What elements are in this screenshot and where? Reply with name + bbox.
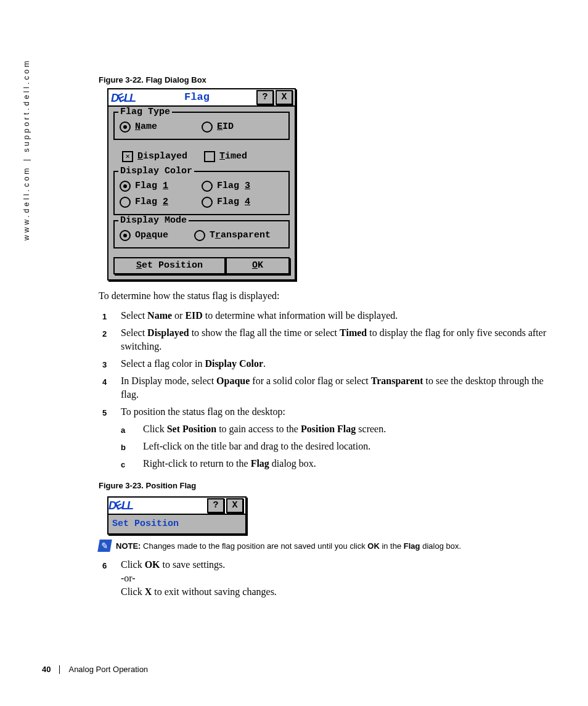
radio-eid[interactable]: EID [202, 121, 284, 133]
dell-logo-icon: DELL [108, 499, 133, 512]
side-url: www.dell.com | support.dell.com [22, 68, 35, 240]
step6-line3: Click X to exit without saving changes. [121, 586, 277, 597]
dell-logo-icon: DELL [111, 92, 135, 104]
note-icon: ✎ [97, 540, 112, 552]
substep-text: Left-click on the title bar and drag to … [143, 441, 370, 451]
note: ✎ NOTE: Changes made to the flag positio… [99, 540, 555, 553]
radio-flag-4[interactable]: Flag 4 [202, 197, 284, 208]
body-text: To determine how the status flag is disp… [99, 289, 555, 599]
step: 2Select Displayed to show the flag all t… [99, 326, 555, 353]
step6-line2: -or- [121, 573, 136, 583]
section-title: Analog Port Operation [68, 665, 148, 674]
position-flag-body: Set Position [108, 515, 245, 533]
group-display-color: Display Color Flag 1 Flag 3 Flag 2 [113, 171, 290, 215]
step-list: 1Select Name or EID to determine what in… [99, 309, 555, 470]
content-area: Figure 3-22. Flag Dialog Box DELL Flag ?… [99, 74, 555, 602]
step: 3Select a flag color in Display Color. [99, 357, 555, 371]
set-position-button[interactable]: Set Position [113, 257, 226, 274]
radio-flag-2[interactable]: Flag 2 [120, 197, 202, 208]
radio-dot-icon [202, 197, 213, 208]
radio-transparent[interactable]: Transparent [194, 230, 284, 241]
step-text: Select a flag color in Display Color. [121, 358, 266, 369]
substep: bLeft-click on the title bar and drag to… [121, 440, 555, 453]
substep-text: Click Set Position to gain access to the… [143, 424, 386, 434]
substep-text: Right-click to return to the Flag dialog… [143, 458, 316, 469]
radio-dot-icon [120, 121, 131, 133]
check-displayed[interactable]: Displayed [122, 151, 204, 162]
step: 5To position the status flag on the desk… [99, 405, 555, 470]
radio-dot-icon [120, 181, 131, 192]
help-icon[interactable]: ? [256, 90, 274, 105]
close-icon[interactable]: X [276, 90, 293, 105]
ok-button[interactable]: OK [226, 257, 290, 274]
radio-dot-icon [194, 230, 205, 241]
flag-dialog-title: Flag [137, 92, 256, 103]
flag-dialog: DELL Flag ? X Flag Type Name EID [107, 88, 296, 281]
radio-name[interactable]: Name [120, 121, 202, 133]
flag-dialog-titlebar[interactable]: DELL Flag ? X [108, 89, 295, 107]
step-text: Select Displayed to show the flag all th… [121, 327, 546, 351]
note-text: NOTE: Changes made to the flag position … [116, 540, 461, 553]
step: 1Select Name or EID to determine what in… [99, 309, 555, 322]
page-number: 40 [42, 665, 51, 674]
check-timed[interactable]: Timed [204, 151, 286, 162]
group-flag-type-legend: Flag Type [118, 107, 172, 118]
help-icon[interactable]: ? [207, 498, 224, 513]
radio-flag-3[interactable]: Flag 3 [202, 181, 284, 192]
radio-dot-icon [202, 121, 213, 133]
checkbox-icon [122, 151, 133, 162]
page: { "side_url": "www.dell.com | support.de… [0, 0, 588, 706]
radio-flag-1[interactable]: Flag 1 [120, 181, 202, 192]
position-flag-dialog: DELL ? X Set Position [107, 496, 247, 535]
group-flag-type: Flag Type Name EID [113, 112, 290, 140]
group-display-mode: Display Mode Opaque Transparent [113, 220, 290, 248]
step6-line1: Click OK to save settings. [121, 559, 225, 570]
step-text: In Display mode, select Opaque for a sol… [121, 376, 544, 400]
figure-caption-1: Figure 3-22. Flag Dialog Box [99, 75, 555, 84]
group-display-mode-legend: Display Mode [118, 215, 189, 226]
group-display-color-legend: Display Color [118, 166, 194, 177]
figure-caption-2: Figure 3-23. Position Flag [99, 479, 555, 493]
substep: aClick Set Position to gain access to th… [121, 422, 555, 436]
intro-text: To determine how the status flag is disp… [99, 289, 555, 303]
substep: cRight-click to return to the Flag dialo… [121, 457, 555, 470]
radio-opaque[interactable]: Opaque [120, 230, 194, 241]
step-6: 6 Click OK to save settings. -or- Click … [99, 558, 555, 599]
page-footer: 40 Analog Port Operation [42, 665, 148, 674]
substep-list: aClick Set Position to gain access to th… [121, 422, 555, 470]
step: 4In Display mode, select Opaque for a so… [99, 374, 555, 401]
radio-dot-icon [120, 230, 131, 241]
step-text: To position the status flag on the deskt… [121, 406, 285, 417]
step-text: Select Name or EID to determine what inf… [121, 310, 398, 321]
close-icon[interactable]: X [226, 498, 243, 513]
footer-divider [59, 665, 60, 674]
radio-dot-icon [202, 181, 213, 192]
position-flag-titlebar[interactable]: DELL ? X [108, 498, 245, 515]
radio-dot-icon [120, 197, 131, 208]
checkbox-icon [204, 151, 215, 162]
